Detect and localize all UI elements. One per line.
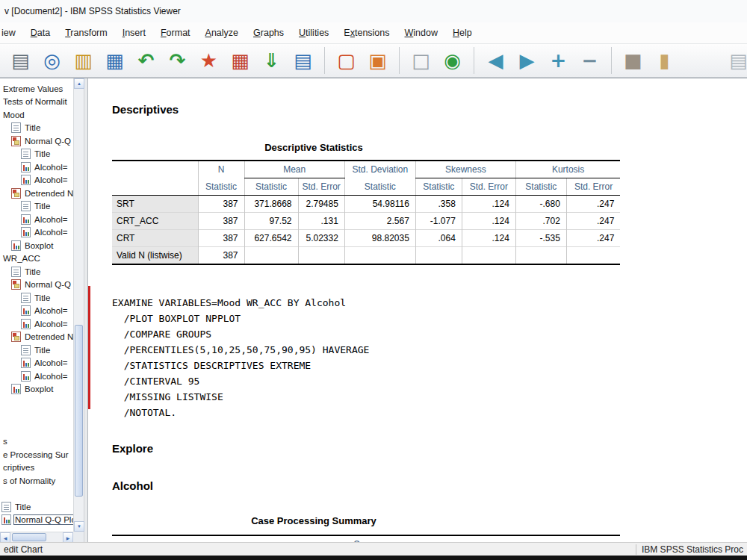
- outline-item-criptives[interactable]: criptives: [0, 461, 73, 475]
- collapse-outline-icon[interactable]: −: [575, 46, 604, 75]
- vertical-scroll-thumb[interactable]: [75, 325, 83, 497]
- outline-spacer: [0, 422, 73, 435]
- titlebar[interactable]: v [Document2] - IBM SPSS Statistics View…: [0, 0, 747, 22]
- chart-builder-icon[interactable]: ★: [194, 46, 223, 75]
- demote-outline-icon: ▶: [520, 51, 535, 70]
- outline-item-alcohol[interactable]: Alcohol=: [0, 161, 73, 174]
- expand-outline-icon[interactable]: +: [544, 46, 573, 75]
- styled-output-icon[interactable]: ▣: [363, 46, 392, 75]
- title-icon: [21, 345, 31, 355]
- outline-item-mood[interactable]: Mood: [0, 108, 73, 122]
- outline-item-label: e Processing Sur: [1, 450, 70, 459]
- screen-reader-icon[interactable]: ◉: [438, 46, 467, 75]
- title-icon: [21, 149, 31, 159]
- variables-icon[interactable]: ▤: [288, 46, 317, 75]
- menu-graphs[interactable]: Graphs: [246, 24, 291, 42]
- cube-icon[interactable]: ■: [619, 46, 648, 75]
- outline-item-alcohol[interactable]: Alcohol=: [0, 226, 73, 240]
- menu-utilities[interactable]: Utilities: [291, 24, 336, 42]
- outline-item-wr-acc[interactable]: WR_ACC: [0, 252, 73, 266]
- export-chart-icon[interactable]: ⇓: [257, 46, 286, 75]
- text-output-icon[interactable]: ▢: [332, 46, 361, 75]
- export-chart-icon: ⇓: [264, 51, 280, 70]
- stat-cell: [462, 247, 515, 265]
- scroll-down-icon[interactable]: ▼: [74, 521, 84, 532]
- outline-item-boxplot[interactable]: Boxplot: [0, 239, 73, 252]
- menu-data[interactable]: Data: [23, 24, 58, 42]
- outline-item-title[interactable]: Title: [0, 148, 73, 161]
- horizontal-scroll-thumb[interactable]: [12, 533, 46, 541]
- undo-icon[interactable]: ↶: [131, 46, 161, 75]
- outline-item-title[interactable]: Title: [0, 343, 73, 357]
- stat-cell: 387: [198, 230, 244, 247]
- outline-item-tests-of-normalit[interactable]: Tests of Normalit: [0, 96, 73, 109]
- outline-item-label: Alcohol=: [33, 306, 69, 315]
- outline-item-alcohol[interactable]: Alcohol=: [0, 305, 73, 318]
- stat-cell: 54.98116: [344, 196, 415, 213]
- outline-item-s-of-normality[interactable]: s of Normality: [0, 474, 73, 488]
- outline-item-alcohol[interactable]: Alcohol=: [0, 174, 73, 187]
- outline-item-label: Normal Q-Q: [23, 137, 72, 146]
- outline-item-e-processing-sur[interactable]: e Processing Sur: [0, 448, 73, 461]
- panel-icon: ▤: [729, 51, 747, 70]
- scroll-up-icon[interactable]: ▲: [74, 78, 84, 89]
- print-icon[interactable]: ▤: [6, 46, 35, 75]
- outline-item-title[interactable]: Title: [0, 200, 73, 214]
- recall-dialogs-icon[interactable]: ▥: [69, 46, 98, 75]
- outline-item-label: Alcohol=: [33, 228, 69, 237]
- descriptive-statistics-table[interactable]: NMeanStd. DeviationSkewnessKurtosisStati…: [112, 160, 620, 265]
- syntax-log[interactable]: EXAMINE VARIABLES=Mood WR_ACC BY Alcohol…: [112, 295, 747, 420]
- stat-cell: .124: [462, 196, 515, 213]
- outline-item-extreme-values[interactable]: Extreme Values: [0, 82, 73, 96]
- stat-cell: [244, 247, 298, 265]
- outline-item-normal-q-q[interactable]: Normal Q-Q: [0, 279, 73, 292]
- book-icon[interactable]: ▮: [650, 46, 679, 75]
- outline-item-normal-q-q[interactable]: Normal Q-Q: [0, 134, 73, 148]
- scroll-left-icon[interactable]: ◀: [0, 532, 10, 543]
- outline-item-alcohol[interactable]: Alcohol=: [0, 213, 73, 226]
- outline-item-detrended-n[interactable]: Detrended N: [0, 331, 73, 344]
- outline-item-title[interactable]: Title: [0, 291, 73, 305]
- outline-item-alcohol[interactable]: Alcohol=: [0, 357, 73, 370]
- scroll-right-icon[interactable]: ▶: [63, 532, 73, 543]
- outline-item-alcohol[interactable]: Alcohol=: [0, 370, 73, 383]
- menu-insert[interactable]: Insert: [115, 24, 153, 42]
- frame-icon[interactable]: □: [406, 46, 436, 75]
- pivot-table-icon[interactable]: ▦: [226, 46, 255, 75]
- goto-data-icon[interactable]: ▦: [100, 46, 129, 75]
- outline-item-label: Normal Q-Q: [23, 280, 72, 289]
- stat-cell: .064: [415, 230, 462, 247]
- outline-item-title[interactable]: Title: [0, 265, 73, 279]
- outline-item-label: Alcohol=: [33, 358, 69, 367]
- outline-item-title[interactable]: Title: [0, 122, 73, 135]
- main-area: Extreme ValuesTests of NormalitMoodTitle…: [0, 78, 747, 542]
- toolbar: ▤◎▥▦↶↷★▦⇓▤▢▣□◉◀▶+−■▮▤: [0, 43, 747, 78]
- subheader-cell: Statistic: [515, 178, 566, 196]
- demote-outline-icon[interactable]: ▶: [512, 46, 542, 75]
- outline-item-alcohol[interactable]: Alcohol=: [0, 317, 73, 331]
- menu-transform[interactable]: Transform: [58, 24, 115, 42]
- redo-icon[interactable]: ↷: [163, 46, 192, 75]
- menu-format[interactable]: Format: [153, 24, 198, 42]
- menu-extensions[interactable]: Extensions: [336, 24, 397, 42]
- outline-item-s[interactable]: s: [0, 435, 73, 449]
- outline-item-title[interactable]: Title: [0, 500, 73, 514]
- print-preview-icon[interactable]: ◎: [37, 46, 66, 75]
- panel-icon[interactable]: ▤: [724, 46, 747, 75]
- heading-alcohol[interactable]: Alcohol: [112, 479, 747, 492]
- stat-cell: .124: [462, 213, 515, 230]
- heading-descriptives[interactable]: Descriptives: [112, 103, 747, 116]
- menu-help[interactable]: Help: [445, 24, 480, 42]
- stat-cell: 2.79485: [298, 196, 344, 213]
- outline-vertical-scrollbar[interactable]: ▲ ▼: [73, 78, 84, 532]
- menu-analyze[interactable]: Analyze: [198, 24, 246, 42]
- menu-window[interactable]: Window: [397, 24, 445, 42]
- outline-horizontal-scrollbar[interactable]: ◀ ▶: [0, 532, 73, 542]
- promote-outline-icon[interactable]: ◀: [481, 46, 510, 75]
- menu-iew[interactable]: iew: [0, 24, 23, 42]
- outline-item-detrended-n[interactable]: Detrended N: [0, 187, 73, 200]
- outline-item-normal-q-q-plot[interactable]: Normal Q-Q Plot: [0, 514, 73, 527]
- outline-item-boxplot[interactable]: Boxplot: [0, 383, 73, 396]
- toolbar-separator: [474, 47, 474, 74]
- heading-explore[interactable]: Explore: [112, 442, 747, 455]
